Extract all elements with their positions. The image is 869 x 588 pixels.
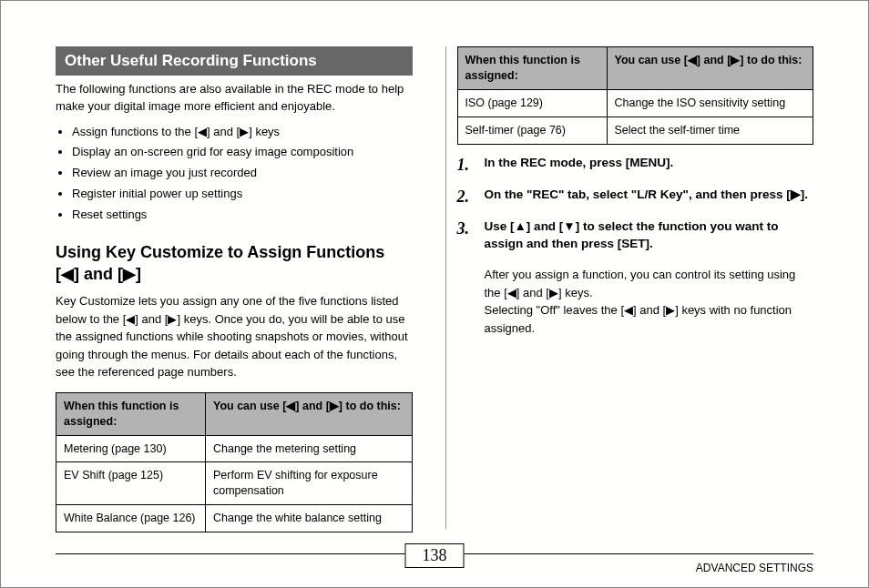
- step-number: 1.: [457, 154, 477, 177]
- list-item: Review an image you just recorded: [72, 164, 413, 183]
- step-detail-text: After you assign a function, you can con…: [485, 266, 814, 337]
- table-cell: ISO (page 129): [457, 89, 607, 117]
- step-item: 2. On the "REC" tab, select "L/R Key", a…: [457, 186, 814, 208]
- table-cell: Metering (page 130): [56, 435, 206, 462]
- table-cell: White Balance (page 126): [56, 505, 206, 532]
- instruction-steps: 1. In the REC mode, press [MENU]. 2. On …: [457, 154, 814, 254]
- list-item: Display an on-screen grid for easy image…: [72, 143, 413, 162]
- step-number: 3.: [457, 218, 477, 253]
- table-header-cell: When this function is assigned:: [457, 47, 607, 90]
- manual-page: Other Useful Recording Functions The fol…: [0, 0, 869, 588]
- table-row: Metering (page 130) Change the metering …: [56, 435, 413, 462]
- table-cell: Change the metering setting: [206, 435, 413, 462]
- table-row: Self-timer (page 76) Select the self-tim…: [457, 117, 813, 144]
- step-text: On the "REC" tab, select "L/R Key", and …: [485, 188, 808, 201]
- table-cell: EV Shift (page 125): [56, 462, 206, 505]
- page-footer: 138 ADVANCED SETTINGS: [56, 553, 813, 574]
- subsection-body: Key Customize lets you assign any one of…: [56, 292, 413, 381]
- function-table-right: When this function is assigned: You can …: [457, 46, 814, 145]
- table-cell: Select the self-timer time: [607, 117, 813, 144]
- function-table-left: When this function is assigned: You can …: [56, 392, 413, 532]
- list-item: Reset settings: [72, 206, 413, 225]
- right-column: When this function is assigned: You can …: [445, 46, 814, 529]
- step-item: 1. In the REC mode, press [MENU].: [457, 154, 814, 177]
- table-header-cell: When this function is assigned:: [56, 392, 206, 435]
- section-header: Other Useful Recording Functions: [56, 46, 413, 76]
- table-header-cell: You can use [◀] and [▶] to do this:: [607, 47, 813, 90]
- table-cell: Perform EV shifting for exposure compens…: [206, 462, 413, 505]
- step-item: 3. Use [▲] and [▼] to select the functio…: [457, 218, 814, 253]
- table-row: EV Shift (page 125) Perform EV shifting …: [56, 462, 413, 505]
- table-row: ISO (page 129) Change the ISO sensitivit…: [457, 89, 813, 117]
- page-number: 138: [405, 543, 465, 568]
- two-column-layout: Other Useful Recording Functions The fol…: [56, 46, 813, 529]
- list-item: Assign functions to the [◀] and [▶] keys: [72, 123, 413, 142]
- left-column: Other Useful Recording Functions The fol…: [56, 46, 424, 529]
- step-number: 2.: [457, 186, 477, 208]
- table-cell: Self-timer (page 76): [457, 117, 607, 144]
- list-item: Register initial power up settings: [72, 185, 413, 204]
- intro-text: The following functions are also availab…: [56, 81, 413, 116]
- table-cell: Change the white balance setting: [206, 505, 413, 532]
- step-text: In the REC mode, press [MENU].: [485, 156, 674, 169]
- table-row: White Balance (page 126) Change the whit…: [56, 505, 413, 532]
- step-text: Use [▲] and [▼] to select the function y…: [485, 219, 779, 251]
- table-header-cell: You can use [◀] and [▶] to do this:: [206, 392, 413, 435]
- subsection-heading: Using Key Customize to Assign Functions …: [56, 241, 413, 286]
- table-cell: Change the ISO sensitivity setting: [607, 89, 813, 117]
- feature-bullet-list: Assign functions to the [◀] and [▶] keys…: [56, 123, 413, 225]
